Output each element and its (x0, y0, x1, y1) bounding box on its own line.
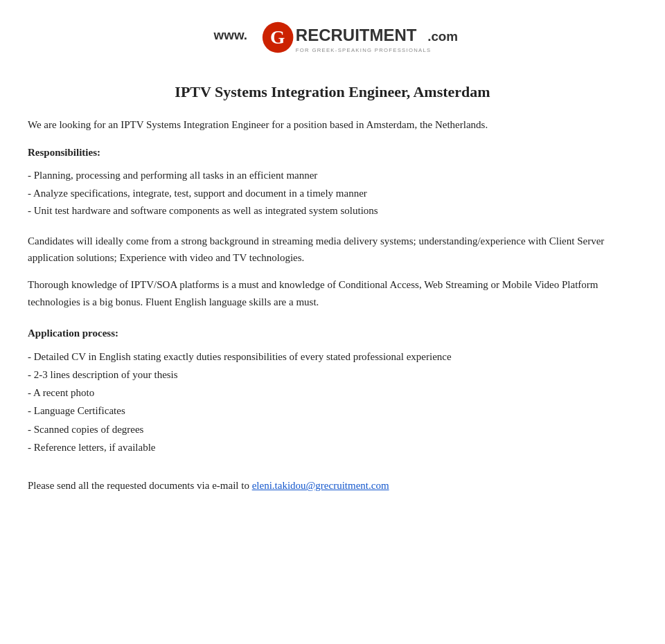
email-link[interactable]: eleni.takidou@grecruitment.com (252, 480, 389, 491)
application-heading: Application process: (28, 328, 637, 339)
list-item: - Planning, processing and performing al… (28, 167, 637, 185)
svg-text:www.: www. (213, 28, 248, 42)
application-section: Application process: - Detailed CV in En… (28, 328, 637, 457)
list-item: - A recent photo (28, 384, 637, 402)
logo-container: www. G RECRUITMENT .com FOR GREEK-SPEAKI… (208, 21, 457, 62)
list-item: - Reference letters, if available (28, 438, 637, 456)
svg-text:FOR GREEK-SPEAKING PROFESSIONA: FOR GREEK-SPEAKING PROFESSIONALS (296, 47, 432, 53)
logo-area: www. G RECRUITMENT .com FOR GREEK-SPEAKI… (28, 14, 637, 62)
svg-text:RECRUITMENT: RECRUITMENT (296, 26, 417, 44)
grecruitment-logo: www. G RECRUITMENT .com FOR GREEK-SPEAKI… (208, 21, 457, 62)
page: www. G RECRUITMENT .com FOR GREEK-SPEAKI… (0, 0, 665, 644)
list-item: - Unit test hardware and software compon… (28, 202, 637, 220)
responsibilities-heading: Responsibilities: (28, 147, 637, 159)
candidates-para-1: Candidates will ideally come from a stro… (28, 233, 637, 267)
application-list: - Detailed CV in English stating exactly… (28, 348, 637, 457)
list-item: - Scanned copies of degrees (28, 420, 637, 438)
footer-text-before-link: Please send all the requested documents … (28, 480, 252, 491)
intro-text: We are looking for an IPTV Systems Integ… (28, 116, 637, 133)
responsibilities-section: Responsibilities: - Planning, processing… (28, 147, 637, 220)
candidates-para-2: Thorough knowledge of IPTV/SOA platforms… (28, 276, 637, 311)
list-item: - Analyze specifications, integrate, tes… (28, 185, 637, 203)
list-item: - Language Certificates (28, 402, 637, 420)
job-title: IPTV Systems Integration Engineer, Amste… (28, 83, 637, 101)
svg-text:G: G (270, 27, 285, 48)
list-item: - Detailed CV in English stating exactly… (28, 348, 637, 366)
responsibilities-list: - Planning, processing and performing al… (28, 167, 637, 220)
footer-note: Please send all the requested documents … (28, 477, 637, 494)
svg-text:.com: .com (427, 29, 457, 44)
list-item: - 2-3 lines description of your thesis (28, 366, 637, 384)
